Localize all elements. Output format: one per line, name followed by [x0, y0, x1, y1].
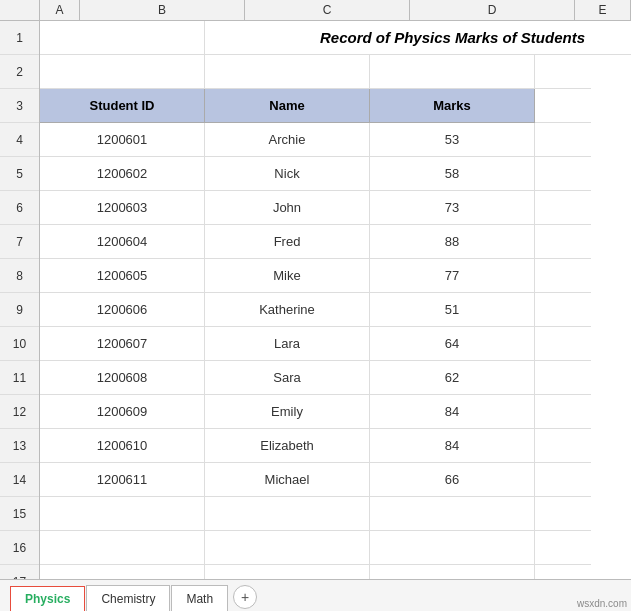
cell-2-c[interactable] [205, 55, 370, 89]
cell-4-e [535, 123, 591, 157]
grid-row-14: 1200611Michael66 [40, 463, 631, 497]
col-header-a: A [40, 0, 80, 20]
row-num-8: 8 [0, 259, 39, 293]
cell-16-student_id[interactable] [40, 531, 205, 565]
row-num-7: 7 [0, 225, 39, 259]
grid-row-1: Record of Physics Marks of Students [40, 21, 631, 55]
cell-10-name[interactable]: Lara [205, 327, 370, 361]
cell-15-name[interactable] [205, 497, 370, 531]
cell-16-marks[interactable] [370, 531, 535, 565]
grid-row-17 [40, 565, 631, 579]
cell-15-marks[interactable] [370, 497, 535, 531]
cell-4-student_id[interactable]: 1200601 [40, 123, 205, 157]
spreadsheet: A B C D E 1234567891011121314151617 Reco… [0, 0, 631, 611]
cell-11-name[interactable]: Sara [205, 361, 370, 395]
title-cell: Record of Physics Marks of Students [205, 21, 631, 55]
row-num-14: 14 [0, 463, 39, 497]
cell-2-e[interactable] [535, 55, 591, 89]
tab-physics[interactable]: Physics [10, 586, 85, 611]
cell-17-student_id[interactable] [40, 565, 205, 579]
cell-12-name[interactable]: Emily [205, 395, 370, 429]
header-student_id[interactable]: Student ID [40, 89, 205, 123]
cell-5-name[interactable]: Nick [205, 157, 370, 191]
cell-14-name[interactable]: Michael [205, 463, 370, 497]
grid-row-6: 1200603John73 [40, 191, 631, 225]
cell-15-e [535, 497, 591, 531]
cell-4-marks[interactable]: 53 [370, 123, 535, 157]
add-sheet-button[interactable]: + [233, 585, 257, 609]
tab-math[interactable]: Math [171, 585, 228, 611]
cell-12-marks[interactable]: 84 [370, 395, 535, 429]
cell-11-e [535, 361, 591, 395]
cell-1-b[interactable] [40, 21, 205, 55]
cell-6-name[interactable]: John [205, 191, 370, 225]
col-header-d: D [410, 0, 575, 20]
column-header-row: A B C D E [0, 0, 631, 21]
col-header-c: C [245, 0, 410, 20]
cell-7-marks[interactable]: 88 [370, 225, 535, 259]
cell-16-name[interactable] [205, 531, 370, 565]
cell-8-marks[interactable]: 77 [370, 259, 535, 293]
grid-row-10: 1200607Lara64 [40, 327, 631, 361]
tabs-bar: PhysicsChemistryMath+ [0, 579, 631, 611]
grid-row-3: Student IDNameMarks [40, 89, 631, 123]
cell-9-e [535, 293, 591, 327]
cell-7-student_id[interactable]: 1200604 [40, 225, 205, 259]
cell-7-e [535, 225, 591, 259]
cell-9-student_id[interactable]: 1200606 [40, 293, 205, 327]
tab-chemistry[interactable]: Chemistry [86, 585, 170, 611]
cell-5-marks[interactable]: 58 [370, 157, 535, 191]
cell-13-e [535, 429, 591, 463]
cell-6-student_id[interactable]: 1200603 [40, 191, 205, 225]
cell-15-student_id[interactable] [40, 497, 205, 531]
row-num-13: 13 [0, 429, 39, 463]
header-name[interactable]: Name [205, 89, 370, 123]
row-num-6: 6 [0, 191, 39, 225]
cell-14-marks[interactable]: 66 [370, 463, 535, 497]
cell-13-name[interactable]: Elizabeth [205, 429, 370, 463]
grid-row-13: 1200610Elizabeth84 [40, 429, 631, 463]
row-num-1: 1 [0, 21, 39, 55]
cell-8-name[interactable]: Mike [205, 259, 370, 293]
cell-7-name[interactable]: Fred [205, 225, 370, 259]
cell-10-marks[interactable]: 64 [370, 327, 535, 361]
cell-11-marks[interactable]: 62 [370, 361, 535, 395]
cell-2-d[interactable] [370, 55, 535, 89]
header-marks[interactable]: Marks [370, 89, 535, 123]
cell-6-e [535, 191, 591, 225]
cell-9-marks[interactable]: 51 [370, 293, 535, 327]
cell-17-name[interactable] [205, 565, 370, 579]
grid-row-7: 1200604Fred88 [40, 225, 631, 259]
grid-row-16 [40, 531, 631, 565]
row-num-17: 17 [0, 565, 39, 579]
cell-11-student_id[interactable]: 1200608 [40, 361, 205, 395]
grid-row-11: 1200608Sara62 [40, 361, 631, 395]
cell-6-marks[interactable]: 73 [370, 191, 535, 225]
cell-9-name[interactable]: Katherine [205, 293, 370, 327]
grid-row-4: 1200601Archie53 [40, 123, 631, 157]
cell-13-student_id[interactable]: 1200610 [40, 429, 205, 463]
row-num-16: 16 [0, 531, 39, 565]
grid: Record of Physics Marks of StudentsStude… [40, 21, 631, 579]
cell-14-student_id[interactable]: 1200611 [40, 463, 205, 497]
watermark: wsxdn.com [577, 598, 627, 609]
cell-2-b[interactable] [40, 55, 205, 89]
row-num-3: 3 [0, 89, 39, 123]
row-num-4: 4 [0, 123, 39, 157]
cell-10-student_id[interactable]: 1200607 [40, 327, 205, 361]
cell-12-e [535, 395, 591, 429]
grid-row-9: 1200606Katherine51 [40, 293, 631, 327]
cell-12-student_id[interactable]: 1200609 [40, 395, 205, 429]
cell-13-marks[interactable]: 84 [370, 429, 535, 463]
grid-row-15 [40, 497, 631, 531]
cell-8-student_id[interactable]: 1200605 [40, 259, 205, 293]
cell-14-e [535, 463, 591, 497]
cell-4-name[interactable]: Archie [205, 123, 370, 157]
row-num-5: 5 [0, 157, 39, 191]
spreadsheet-body: 1234567891011121314151617 Record of Phys… [0, 21, 631, 579]
cell-5-student_id[interactable]: 1200602 [40, 157, 205, 191]
cell-17-e [535, 565, 591, 579]
grid-row-5: 1200602Nick58 [40, 157, 631, 191]
cell-17-marks[interactable] [370, 565, 535, 579]
row-num-11: 11 [0, 361, 39, 395]
